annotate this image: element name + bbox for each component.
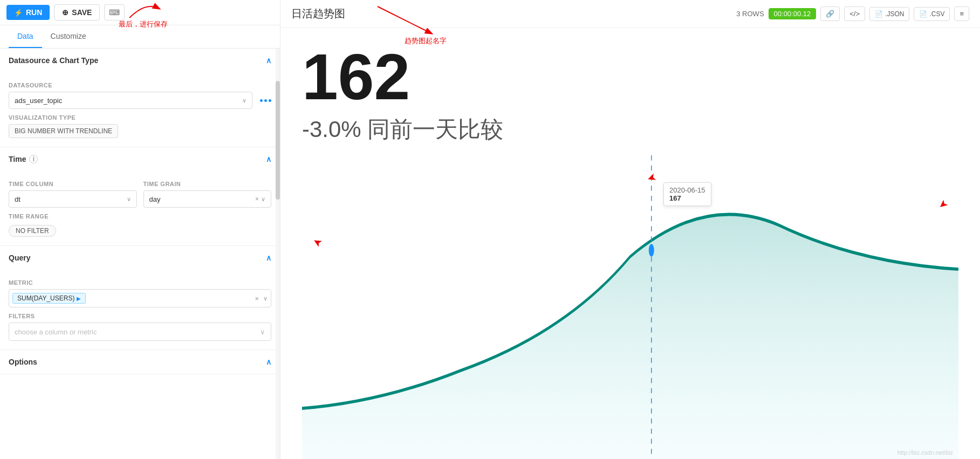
datasource-section: Datasource & Chart Type ∧ DATASOURCE ads… <box>0 49 280 147</box>
time-grain-label: TIME GRAIN <box>143 181 272 187</box>
json-button[interactable]: 📄 .JSON <box>869 7 909 21</box>
metric-input[interactable]: SUM(DAY_USERS) ▶ × ∨ <box>9 289 271 307</box>
json-file-icon: 📄 <box>875 10 883 18</box>
metric-tag-arrow-icon: ▶ <box>77 296 81 302</box>
time-section-body: TIME COLUMN dt ∨ TIME GRAIN day <box>0 171 280 245</box>
time-grain-chevron-icon: ∨ <box>261 196 265 203</box>
run-button[interactable]: ⚡ RUN <box>6 5 50 20</box>
trendline-container: ➤ ➤ ➤ 2020-06-15 167 http://biz.csdn.net… <box>302 155 958 459</box>
link-icon: 🔗 <box>826 10 834 18</box>
viz-type-button[interactable]: BIG NUMBER WITH TRENDLINE <box>9 124 118 138</box>
filters-chevron-icon: ∨ <box>260 328 265 336</box>
datasource-select[interactable]: ads_user_topic ∨ <box>9 92 252 109</box>
time-range-button[interactable]: NO FILTER <box>9 225 56 237</box>
big-number: 162 <box>302 44 958 109</box>
options-section: Options ∧ <box>0 350 280 374</box>
time-column-chevron-icon: ∨ <box>127 196 131 203</box>
filters-label: FILTERS <box>9 313 271 319</box>
chart-header-right: 3 ROWS 00:00:00.12 🔗 </> 📄 .JSON 📄 .CSV <box>736 6 969 21</box>
metric-tag[interactable]: SUM(DAY_USERS) ▶ <box>12 293 86 304</box>
lightning-icon: ⚡ <box>14 9 23 17</box>
options-section-header[interactable]: Options ∧ <box>0 350 280 374</box>
code-icon: </> <box>849 10 860 18</box>
options-chevron-icon: ∧ <box>266 358 271 366</box>
datasource-more-button[interactable] <box>260 99 271 102</box>
tab-data[interactable]: Data <box>9 25 42 48</box>
tooltip-value: 167 <box>669 194 705 202</box>
link-button[interactable]: 🔗 <box>820 6 840 21</box>
time-section: Time i ∧ TIME COLUMN dt ∨ <box>0 147 280 246</box>
save-icon: ⊕ <box>62 8 68 17</box>
time-section-header[interactable]: Time i ∧ <box>0 147 280 171</box>
keyboard-icon: ⌨ <box>109 8 120 17</box>
execution-time-badge: 00:00:00.12 <box>769 8 817 19</box>
filters-select[interactable]: choose a column or metric ∨ <box>9 323 271 341</box>
chart-title: 日活趋势图 <box>291 8 345 19</box>
query-section-body: METRIC SUM(DAY_USERS) ▶ × ∨ FILTERS choo… <box>0 270 280 350</box>
datasource-section-body: DATASOURCE ads_user_topic ∨ VISUALIZATIO… <box>0 72 280 147</box>
chart-header: 日活趋势图 趋势图起名字 3 ROWS 00:00 <box>280 0 980 28</box>
viz-type-label: VISUALIZATION TYPE <box>9 114 271 121</box>
time-section-title: Time <box>9 155 26 163</box>
time-grain-select[interactable]: day × ∨ <box>143 190 272 208</box>
chart-area: 162 -3.0% 同前一天比较 <box>280 28 980 459</box>
query-section: Query ∧ METRIC SUM(DAY_USERS) ▶ × ∨ FILT… <box>0 246 280 350</box>
time-grain-clear-icon[interactable]: × <box>255 195 259 203</box>
options-section-title: Options <box>9 358 37 366</box>
metric-label: METRIC <box>9 279 271 286</box>
query-chevron-icon: ∧ <box>266 254 271 262</box>
datasource-chevron-down-icon: ∨ <box>242 97 246 104</box>
code-button[interactable]: </> <box>844 6 865 21</box>
time-range-label: TIME RANGE <box>9 213 271 220</box>
chart-tooltip: 2020-06-15 167 <box>663 182 711 206</box>
watermark: http://biz.csdn.net/biz <box>897 449 953 456</box>
tab-bar: Data Customize <box>0 25 280 49</box>
time-column-label: TIME COLUMN <box>9 181 137 187</box>
tab-customize[interactable]: Customize <box>42 25 95 48</box>
datasource-section-header[interactable]: Datasource & Chart Type ∧ <box>0 49 280 72</box>
tooltip-date: 2020-06-15 <box>669 186 705 194</box>
query-section-header[interactable]: Query ∧ <box>0 246 280 270</box>
info-icon: i <box>29 155 38 163</box>
comparison-text: -3.0% 同前一天比较 <box>302 114 958 145</box>
rows-badge: 3 ROWS <box>736 10 764 18</box>
menu-icon: ≡ <box>960 10 964 18</box>
save-button[interactable]: ⊕ SAVE <box>54 4 100 20</box>
datasource-chevron-icon: ∧ <box>266 56 271 65</box>
svg-point-1 <box>649 244 654 256</box>
keyboard-button[interactable]: ⌨ <box>104 4 125 20</box>
csv-file-icon: 📄 <box>919 10 927 18</box>
metric-chevron-icon[interactable]: ∨ <box>263 295 268 302</box>
query-section-title: Query <box>9 254 30 262</box>
csv-button[interactable]: 📄 .CSV <box>914 7 950 21</box>
time-column-select[interactable]: dt ∨ <box>9 190 137 208</box>
menu-button[interactable]: ≡ <box>954 6 969 21</box>
datasource-label: DATASOURCE <box>9 82 271 88</box>
time-chevron-icon: ∧ <box>266 155 271 163</box>
metric-clear-icon[interactable]: × <box>252 294 261 303</box>
datasource-section-title: Datasource & Chart Type <box>9 56 98 65</box>
